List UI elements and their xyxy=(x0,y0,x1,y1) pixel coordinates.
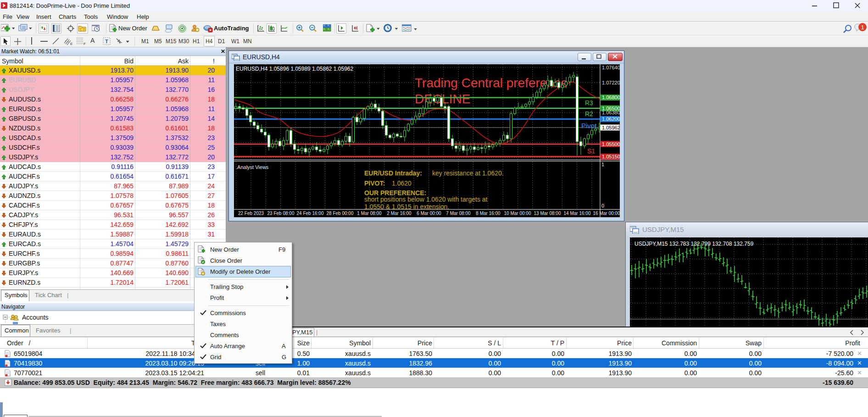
svg-text:Pivot: Pivot xyxy=(581,122,597,130)
svg-text:28 Feb 00:00: 28 Feb 00:00 xyxy=(327,211,354,216)
svg-text:22 Feb 2023: 22 Feb 2023 xyxy=(238,211,264,216)
svg-text:EUR/USD Intraday:: EUR/USD Intraday: xyxy=(364,169,422,177)
svg-text:E: E xyxy=(70,42,72,45)
svg-text:0: 0 xyxy=(601,203,604,208)
svg-text:S1: S1 xyxy=(587,147,595,155)
svg-text:key resistance at 1.0620.: key resistance at 1.0620. xyxy=(432,169,504,177)
svg-text:1.07220: 1.07220 xyxy=(602,80,620,85)
svg-text:.Analyst Views: .Analyst Views xyxy=(236,164,269,170)
svg-text:14 Mar 16:00: 14 Mar 16:00 xyxy=(564,211,591,216)
svg-text:2 Mar 16:00: 2 Mar 16:00 xyxy=(387,211,412,216)
svg-text:6 Mar 00:00: 6 Mar 00:00 xyxy=(417,211,441,216)
svg-text:1.0620: 1.0620 xyxy=(392,180,412,187)
svg-text:16 Mar 00:00: 16 Mar 00:00 xyxy=(593,211,620,216)
svg-text:EURUSD,H4 1.05896 1.05989 1.0: EURUSD,H4 1.05896 1.05989 1.05862 1.0596… xyxy=(236,66,354,72)
svg-text:1.07640: 1.07640 xyxy=(602,65,620,70)
svg-text:8 Mar 16:00: 8 Mar 16:00 xyxy=(476,211,501,216)
svg-text:T: T xyxy=(105,39,108,44)
svg-text:1.06200: 1.06200 xyxy=(602,116,620,122)
svg-text:USDJPY,M15 132.783 132.799 13: USDJPY,M15 132.783 132.799 132.708 132.7… xyxy=(634,241,754,247)
svg-text:1 Mar 08:00: 1 Mar 08:00 xyxy=(357,211,382,216)
svg-text:24 Feb 16:00: 24 Feb 16:00 xyxy=(297,211,324,216)
svg-text:1.05150: 1.05150 xyxy=(602,154,620,159)
svg-text:PIVOT:: PIVOT: xyxy=(364,180,385,187)
svg-text:F: F xyxy=(83,42,86,45)
svg-text:1.05500: 1.05500 xyxy=(602,141,620,147)
svg-text:R3: R3 xyxy=(585,99,593,107)
svg-text:1.0550 & 1.0515 in extension.: 1.0550 & 1.0515 in extension. xyxy=(364,203,449,210)
svg-text:23 Feb 08:00: 23 Feb 08:00 xyxy=(267,211,295,216)
svg-text:short positions below 1.0620 w: short positions below 1.0620 with target… xyxy=(364,196,488,203)
svg-text:1: 1 xyxy=(861,24,864,31)
svg-text:1.06380: 1.06380 xyxy=(602,110,620,115)
svg-text:7 Mar 08:00: 7 Mar 08:00 xyxy=(446,211,471,216)
svg-text:1.05962: 1.05962 xyxy=(602,125,620,130)
svg-text:10 Mar 00:00: 10 Mar 00:00 xyxy=(504,211,531,216)
svg-text:1: 1 xyxy=(601,162,604,167)
svg-text:13 Mar 08:00: 13 Mar 08:00 xyxy=(534,211,561,216)
svg-text:R2: R2 xyxy=(585,110,593,118)
svg-text:1.06800: 1.06800 xyxy=(602,95,620,100)
